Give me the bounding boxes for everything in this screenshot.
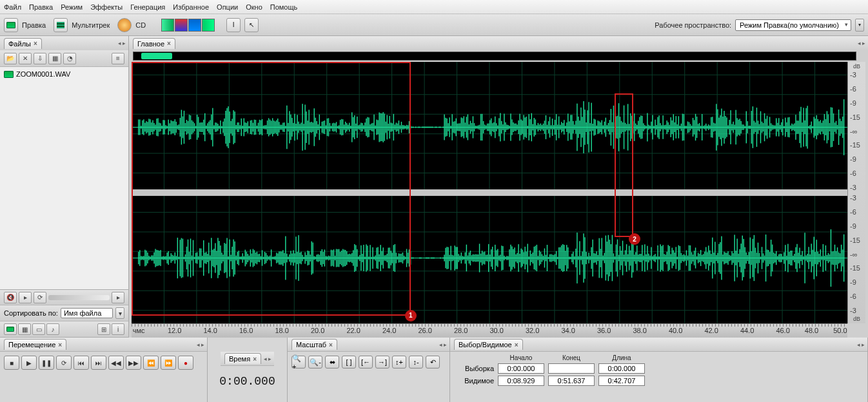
options-button[interactable]: ≡ [112, 53, 124, 64]
close-icon[interactable]: × [515, 341, 518, 349]
transport-tab[interactable]: Перемещение× [4, 339, 66, 350]
zoom-prev-button[interactable]: ↶ [426, 356, 440, 368]
zoom-sel-right-button[interactable]: →] [375, 356, 390, 368]
menu-window[interactable]: Окно [246, 3, 262, 11]
waveform-canvas[interactable]: 1 2 [132, 62, 847, 323]
pause-button[interactable]: ❚❚ [39, 356, 54, 370]
time-tab[interactable]: Время× [224, 353, 261, 364]
close-icon[interactable]: × [58, 341, 62, 349]
overview-bar[interactable] [133, 52, 856, 61]
cursor-tool-button[interactable]: I [226, 18, 241, 32]
filter-info-button[interactable]: i [112, 323, 124, 335]
zoom-out-v-button[interactable]: ↕- [409, 356, 423, 368]
filter-audio-button[interactable]: ♪ [46, 323, 59, 335]
menu-mode[interactable]: Режим [61, 3, 83, 11]
multitrack-mode-button[interactable] [54, 18, 68, 32]
workspace-menu-button[interactable]: ▾ [855, 19, 864, 32]
close-file-button[interactable]: ✕ [19, 53, 32, 64]
zoom-out-h-button[interactable]: 🔍- [308, 356, 322, 368]
skip-back-button[interactable]: ⏪ [143, 356, 159, 370]
preview-auto-button[interactable]: ▸ [112, 292, 124, 303]
view-phase-button[interactable] [202, 19, 215, 32]
workspace-dropdown[interactable]: Режим Правка(по умолчанию) [735, 19, 851, 31]
filter-show-button[interactable]: ⊞ [97, 323, 110, 335]
open-file-button[interactable]: 📂 [4, 53, 17, 64]
svg-rect-179 [324, 120, 325, 134]
close-icon[interactable]: × [167, 40, 171, 47]
files-tab[interactable]: Файлы × [4, 38, 42, 49]
svg-rect-690 [282, 250, 283, 266]
vis-end-field[interactable]: 0:51.637 [548, 376, 595, 386]
menu-effects[interactable]: Эффекты [90, 3, 123, 11]
record-button[interactable]: ● [178, 356, 193, 370]
zoom-tab[interactable]: Масштаб× [291, 339, 337, 350]
svg-rect-472 [705, 124, 706, 131]
zoom-in-h-button[interactable]: 🔍+ [291, 356, 306, 368]
svg-rect-116 [242, 126, 243, 129]
file-item[interactable]: ZOOM0001.WAV [3, 70, 126, 79]
file-list[interactable]: ZOOM0001.WAV [0, 67, 128, 289]
view-waveform-button[interactable] [161, 19, 174, 32]
insert-button[interactable]: ▦ [48, 53, 61, 64]
selvis-tab[interactable]: Выбор/Видимое× [454, 339, 523, 350]
edit-mode-button[interactable] [4, 18, 18, 32]
preview-play-button[interactable]: ▸ [19, 292, 32, 303]
cd-mode-button[interactable] [117, 18, 132, 32]
rewind-button[interactable]: ◀◀ [108, 356, 124, 370]
time-ruler[interactable]: чмс 12.0 14.0 16.0 18.0 20.0 22.0 24.0 2… [132, 323, 847, 338]
svg-rect-357 [556, 114, 557, 140]
go-end-button[interactable]: ⏭ [91, 356, 106, 370]
preview-mute-button[interactable]: 🔇 [4, 292, 17, 303]
play-loop-button[interactable]: ⟳ [56, 356, 72, 370]
view-pan-button[interactable] [188, 19, 201, 32]
panel-next-icon[interactable]: ▸ [123, 40, 126, 46]
menu-file[interactable]: Файл [4, 3, 21, 11]
preview-loop-button[interactable]: ⟳ [34, 292, 46, 303]
pointer-tool-button[interactable]: ↖ [244, 18, 259, 32]
svg-rect-896 [551, 254, 551, 262]
sel-start-field[interactable]: 0:00.000 [498, 363, 544, 374]
zoom-sel-button[interactable]: [ ] [342, 356, 356, 368]
panel-prev-icon[interactable]: ◂ [858, 40, 861, 46]
overview-visible-region[interactable] [141, 53, 172, 59]
menu-favorites[interactable]: Избранное [173, 3, 209, 11]
menu-options[interactable]: Опции [217, 3, 238, 11]
close-icon[interactable]: × [329, 341, 333, 349]
skip-fwd-button[interactable]: ⏩ [161, 356, 176, 370]
sel-len-field[interactable]: 0:00.000 [598, 363, 645, 374]
zoom-sel-left-button[interactable]: [← [359, 356, 373, 368]
stop-button[interactable]: ■ [4, 356, 19, 370]
svg-rect-716 [317, 254, 317, 261]
filter-midi-button[interactable]: ▦ [18, 323, 31, 335]
close-icon[interactable]: × [253, 356, 257, 363]
vis-start-field[interactable]: 0:08.929 [498, 376, 544, 386]
play-button[interactable]: ▶ [21, 356, 37, 370]
forward-button[interactable]: ▶▶ [126, 356, 141, 370]
close-icon[interactable]: × [34, 40, 37, 47]
history-button[interactable]: ◔ [63, 53, 76, 64]
svg-rect-637 [213, 249, 214, 267]
sel-end-field[interactable] [548, 363, 595, 374]
panel-prev-icon[interactable]: ◂ [118, 40, 121, 46]
filter-video-button[interactable]: ▭ [32, 323, 45, 335]
import-button[interactable]: ⇩ [34, 53, 46, 64]
svg-rect-722 [324, 249, 325, 266]
go-start-button[interactable]: ⏮ [74, 356, 89, 370]
menu-edit[interactable]: Правка [29, 3, 53, 11]
menu-help[interactable]: Помощь [270, 3, 298, 11]
zoom-in-v-button[interactable]: ↕+ [392, 356, 406, 368]
panel-next-icon[interactable]: ▸ [862, 40, 865, 46]
main-tab[interactable]: Главное × [133, 38, 175, 49]
sort-order-button[interactable]: ▾ [115, 307, 124, 319]
zoom-full-button[interactable]: ⬌ [325, 356, 339, 368]
svg-rect-771 [388, 248, 389, 269]
view-spectral-button[interactable] [175, 19, 188, 32]
svg-rect-987 [669, 246, 670, 270]
preview-volume-slider[interactable] [48, 295, 110, 300]
vis-len-field[interactable]: 0:42.707 [598, 376, 645, 386]
filter-wave-button[interactable] [4, 323, 17, 335]
menu-generation[interactable]: Генерация [130, 3, 165, 11]
svg-rect-904 [561, 245, 562, 271]
svg-rect-559 [819, 121, 820, 133]
sort-dropdown[interactable]: Имя файла [61, 308, 113, 318]
